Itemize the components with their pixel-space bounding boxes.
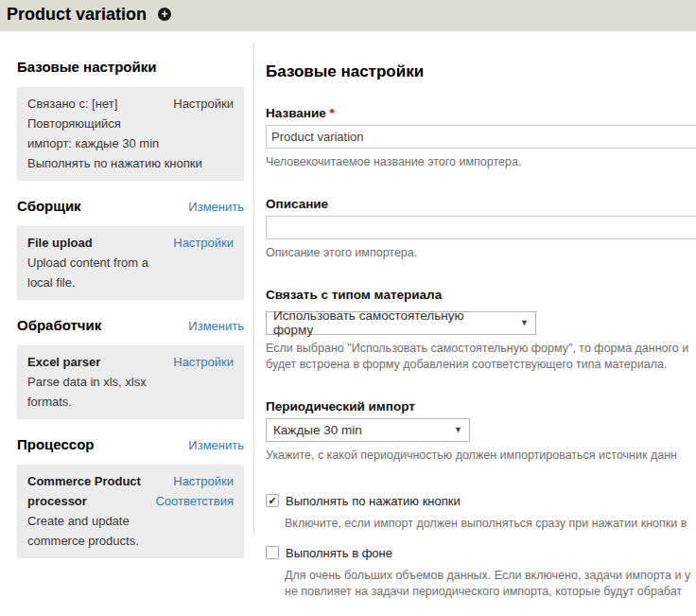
plugin-description-line: local file. [27,273,234,292]
plugin-description-line: Parse data in xls, xlsx [27,372,234,392]
name-label: Название * [266,106,696,120]
section-title: Сборщик [17,198,81,214]
sidebar-section-processor: Процессор Изменить Настройки Соответстви… [17,436,244,558]
processor-change-link[interactable]: Изменить [188,438,244,452]
form-heading: Базовые настройки [266,62,696,81]
plugin-description-line: Create and update [27,511,234,531]
required-asterisk: * [330,106,335,120]
section-title: Процессор [17,436,94,452]
page-header: Product variation+ [0,0,696,31]
checkbox-unchecked-icon[interactable] [266,546,279,559]
name-form-item: Название * Человекочитаемое название это… [266,106,696,170]
periodic-import-label: Периодический импорт [266,399,696,414]
description-input[interactable] [266,216,696,239]
attach-content-type-label: Связать с типом материала [266,288,696,302]
selected-option: Каждые 30 min [273,423,362,437]
plugin-description-line: Upload content from a [27,253,234,273]
dropdown-arrow-icon: ▼ [520,318,529,327]
name-input[interactable] [266,125,696,149]
import-on-submit-label: Выполнять по нажатию кнопки [286,494,461,508]
dropdown-arrow-icon: ▼ [454,425,462,434]
attach-content-type-form-item: Связать с типом материала Использовать с… [266,288,696,373]
background-help-line: не повлияет на задачи периодического имп… [285,584,696,600]
periodic-import-help: Укажите, с какой периодичностью должен и… [266,448,696,464]
column-divider [253,44,254,535]
attach-help-line: будет встроена в форму добавления соотве… [266,357,696,373]
import-on-submit-help: Включите, если импорт должен выполняться… [285,516,696,532]
checkbox-checked-icon[interactable]: ✔ [266,494,279,507]
parser-plugin-box: Настройки Excel parser Parse data in xls… [17,345,244,419]
summary-line: Повторяющийся [27,114,234,133]
fetcher-settings-link[interactable]: Настройки [173,233,234,253]
summary-line: Выполнять по нажатию кнопки [27,153,234,173]
import-on-submit-checkbox-row[interactable]: ✔ Выполнять по нажатию кнопки [266,494,696,508]
sidebar-section-fetcher: Сборщик Изменить Настройки File upload U… [17,198,244,300]
attach-help-line: Если выбрано "Использовать самостоятельн… [266,341,696,357]
basic-settings-form: Базовые настройки Название * Человекочит… [266,44,696,616]
basic-settings-summary-box: Настройки Связано с: [нет] Повторяющийся… [17,87,244,181]
description-help: Описание этого импортера. [266,245,696,261]
page-title: Product variation [0,0,147,25]
sidebar: Базовые настройки Настройки Связано с: [… [17,59,244,558]
sidebar-section-parser: Обработчик Изменить Настройки Excel pars… [17,317,244,419]
fetcher-plugin-box: Настройки File upload Upload content fro… [17,226,244,300]
periodic-import-form-item: Периодический импорт Каждые 30 min ▼ Ука… [266,399,696,464]
description-form-item: Описание Описание этого импортера. [266,197,696,261]
description-label: Описание [266,197,696,211]
parser-settings-link[interactable]: Настройки [173,352,234,372]
selected-option: Использовать самостоятельную форму [273,308,507,337]
process-in-background-label: Выполнять в фоне [286,546,392,560]
name-help: Человекочитаемое название этого импортер… [266,154,696,170]
summary-line: импорт: каждые 30 min [27,133,234,153]
plugin-description-line: formats. [27,392,234,412]
processor-mapping-link[interactable]: Соответствия [155,491,234,511]
plugin-description-line: commerce products. [27,531,234,551]
basic-settings-link[interactable]: Настройки [173,94,234,114]
section-title: Базовые настройки [17,59,156,75]
parser-change-link[interactable]: Изменить [188,319,244,333]
section-title: Обработчик [17,317,101,333]
fetcher-change-link[interactable]: Изменить [188,200,244,214]
process-in-background-checkbox-row[interactable]: Выполнять в фоне [266,546,696,560]
add-shortcut-icon[interactable]: + [158,8,171,21]
processor-settings-link[interactable]: Настройки [155,471,234,491]
attach-content-type-select[interactable]: Использовать самостоятельную форму ▼ [266,311,536,335]
sidebar-section-basic-settings: Базовые настройки Настройки Связано с: [… [17,59,244,181]
processor-plugin-box: Настройки Соответствия Commerce Product … [17,465,244,558]
periodic-import-select[interactable]: Каждые 30 min ▼ [266,418,470,442]
background-help-line: Для очень больших объемов данных. Если в… [285,568,696,584]
